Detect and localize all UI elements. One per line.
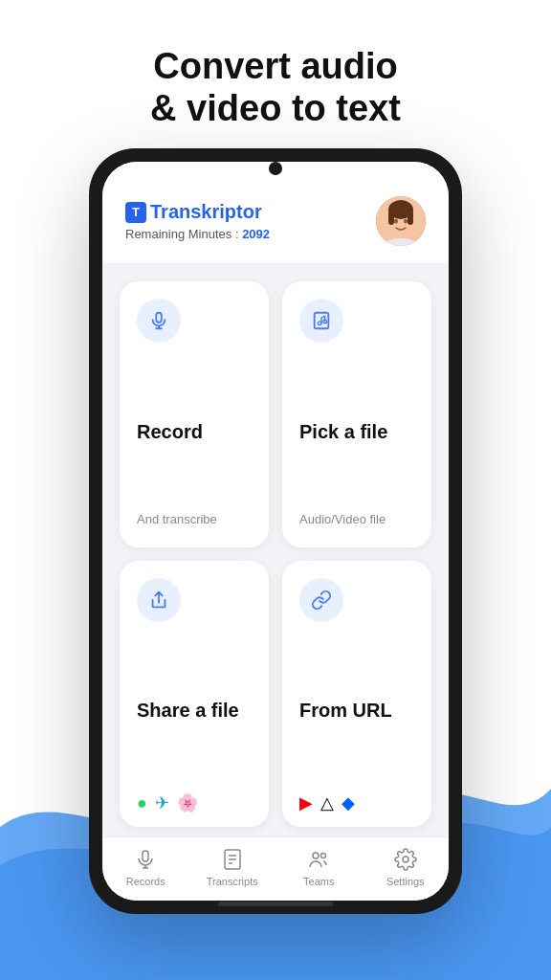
google-photos-logo: 🌸 bbox=[177, 792, 198, 813]
document-tab-icon bbox=[220, 847, 245, 872]
tab-records[interactable]: Records bbox=[117, 847, 174, 887]
phone-mockup: T Transkriptor Remaining Minutes : 2092 bbox=[89, 148, 462, 914]
brand-section: T Transkriptor Remaining Minutes : 2092 bbox=[125, 201, 270, 241]
share-file-logos: ● ✈ 🌸 bbox=[137, 792, 198, 813]
avatar[interactable] bbox=[376, 196, 426, 246]
teams-tab-icon bbox=[306, 847, 331, 872]
svg-point-23 bbox=[403, 857, 408, 862]
settings-tab-icon bbox=[393, 847, 418, 872]
record-card-icon bbox=[137, 299, 181, 343]
remaining-minutes: Remaining Minutes : 2092 bbox=[125, 227, 270, 241]
link-icon bbox=[311, 590, 332, 611]
svg-rect-3 bbox=[408, 210, 413, 225]
share-file-card-title: Share a file bbox=[137, 700, 239, 722]
home-indicator bbox=[218, 902, 333, 906]
svg-point-4 bbox=[394, 219, 398, 224]
record-card-sub: And transcribe bbox=[137, 512, 217, 526]
music-file-icon bbox=[311, 310, 332, 331]
tab-transcripts[interactable]: Transcripts bbox=[204, 847, 261, 887]
app-header: T Transkriptor Remaining Minutes : 2092 bbox=[102, 162, 449, 264]
from-url-card-title: From URL bbox=[299, 700, 392, 722]
youtube-logo: ▶ bbox=[299, 792, 313, 813]
record-card[interactable]: Record And transcribe bbox=[120, 281, 269, 547]
pick-file-card-icon bbox=[299, 299, 343, 343]
tab-transcripts-label: Transcripts bbox=[207, 876, 258, 887]
svg-rect-2 bbox=[388, 210, 394, 225]
svg-point-21 bbox=[313, 853, 319, 858]
share-icon bbox=[148, 590, 169, 611]
brand-name: T Transkriptor bbox=[125, 201, 270, 223]
tab-settings[interactable]: Settings bbox=[377, 847, 434, 887]
from-url-logos: ▶ △ ◆ bbox=[299, 792, 355, 813]
brand-icon: T bbox=[125, 202, 146, 223]
brand-text: Transkriptor bbox=[150, 201, 262, 223]
svg-rect-8 bbox=[156, 313, 162, 323]
mic-tab-icon bbox=[133, 847, 158, 872]
google-drive-logo: △ bbox=[320, 792, 334, 813]
page-title: Convert audio & video to text bbox=[0, 0, 551, 158]
share-file-card-icon bbox=[137, 578, 181, 622]
tab-teams[interactable]: Teams bbox=[290, 847, 347, 887]
tab-bar: Records Transcripts bbox=[102, 836, 449, 901]
avatar-image bbox=[376, 196, 426, 246]
phone-frame: T Transkriptor Remaining Minutes : 2092 bbox=[89, 148, 462, 914]
phone-camera bbox=[269, 162, 282, 175]
tab-teams-label: Teams bbox=[303, 876, 334, 887]
tab-records-label: Records bbox=[126, 876, 165, 887]
dropbox-logo: ◆ bbox=[342, 792, 355, 813]
mic-icon bbox=[148, 310, 169, 331]
record-card-title: Record bbox=[137, 421, 203, 443]
share-file-card[interactable]: Share a file ● ✈ 🌸 bbox=[120, 561, 269, 827]
pick-file-card-sub: Audio/Video file bbox=[299, 512, 386, 526]
pick-file-card-title: Pick a file bbox=[299, 421, 387, 443]
from-url-card[interactable]: From URL ▶ △ ◆ bbox=[282, 561, 431, 827]
svg-point-5 bbox=[404, 219, 408, 224]
from-url-card-icon bbox=[299, 578, 343, 622]
telegram-logo: ✈ bbox=[155, 792, 169, 813]
phone-screen: T Transkriptor Remaining Minutes : 2092 bbox=[102, 162, 449, 901]
action-cards-grid: Record And transcribe Pick a file bbox=[102, 264, 449, 836]
svg-point-22 bbox=[321, 854, 326, 858]
tab-settings-label: Settings bbox=[386, 876, 425, 887]
whatsapp-logo: ● bbox=[137, 793, 147, 813]
pick-file-card[interactable]: Pick a file Audio/Video file bbox=[282, 281, 431, 547]
svg-rect-14 bbox=[143, 851, 148, 861]
